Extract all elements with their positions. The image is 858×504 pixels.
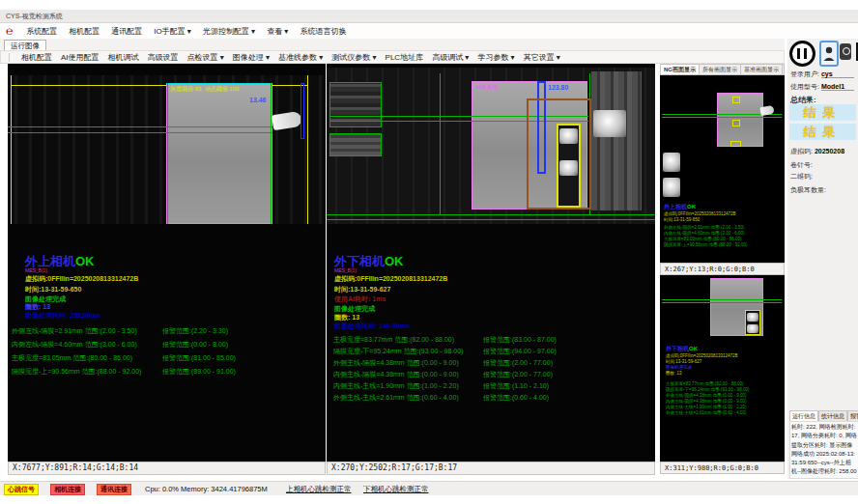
measure-overlay-value: 123.80 bbox=[548, 84, 568, 91]
camera-name: 外上相机 bbox=[664, 204, 687, 210]
lug-blob bbox=[747, 324, 758, 333]
alarm-range: 报警范围:(2.00 - 77.00) bbox=[483, 370, 553, 379]
thumb-tab-baseline[interactable]: 基准画面显示 bbox=[741, 65, 783, 74]
toolbar: 相机配置 AI使用配置 相机调试 高级设置 点检设置 ▾ 图像处理 ▾ 基准线参… bbox=[0, 50, 785, 64]
status-bar: 心跳信号 相机连接 通讯连接 Cpu: 0.0% Memory: 3424.41… bbox=[0, 481, 858, 495]
window-titlebar: CYS-视觉检测系统 bbox=[0, 10, 858, 23]
power-icon bbox=[843, 47, 850, 55]
camera-status-ok: OK bbox=[75, 254, 95, 268]
alarm-range: 报警范围:(94.00 - 97.00) bbox=[483, 347, 557, 356]
negative-lug-count-label: 负极耳数量: bbox=[790, 185, 826, 195]
tool-tester-params[interactable]: 测试仪参数 ▾ bbox=[331, 52, 376, 63]
time-line: 时间:13-31-59-627 bbox=[666, 359, 701, 364]
time-line: 时间:13-31-59-650 bbox=[664, 217, 700, 222]
pause-button[interactable] bbox=[789, 41, 815, 67]
user-login-button[interactable] bbox=[819, 41, 839, 67]
app-window: CYS-视觉检测系统 ℮ 系统配置 相机配置 通讯配置 IO手配置 ▾ 光源控制… bbox=[0, 0, 858, 504]
lower-camera-heartbeat-text: 下相机心跳检测正常 bbox=[363, 485, 429, 494]
tool-ai-config[interactable]: AI使用配置 bbox=[61, 52, 100, 63]
camera-view-lower[interactable]: AI检测框 123.80 外下相机OK MES_B(1) 虚拟码:0FFIIin… bbox=[327, 64, 655, 462]
lug-detect-rect bbox=[557, 124, 581, 208]
login-user-value[interactable]: cys bbox=[821, 70, 854, 78]
pause-icon bbox=[797, 48, 800, 59]
menu-item-light-config[interactable]: 光源控制配置 ▾ bbox=[203, 26, 255, 37]
alarm-range: 报警范围:(0.00 - 8.00) bbox=[162, 340, 228, 350]
process-done-line: 图像处理完成 bbox=[666, 365, 692, 370]
ai-time-line: 使用AI耗时: 1ms bbox=[334, 294, 386, 304]
camera-image-upper[interactable]: 灰度阈值:93, 动态阈值:100 13.46 bbox=[8, 75, 326, 224]
measure-line bbox=[662, 299, 782, 300]
measure-row: 外侧主线-隔膜=4.38mm 范围:(0.00 - 9.00) bbox=[666, 393, 746, 398]
measure-overlay-value: 13.46 bbox=[249, 97, 267, 103]
tool-image-processing[interactable]: 图像处理 ▾ bbox=[233, 52, 270, 63]
qr-code-label: 二维码: bbox=[790, 172, 813, 182]
mes-label: MES_B(1) bbox=[25, 267, 47, 273]
menu-item-camera-config[interactable]: 相机配置 bbox=[69, 26, 100, 37]
side-panel: 登录用户: cys 使用型号: Model1 总结果: 结果 结果 虚拟码: 2… bbox=[787, 39, 858, 479]
alarm-range: 报警范围:(1.10 - 2.10) bbox=[483, 381, 549, 391]
result-badge-upper: 结果 bbox=[789, 104, 856, 121]
tool-plc-address[interactable]: PLC地址库 bbox=[386, 52, 424, 63]
tool-other-settings[interactable]: 其它设置 ▾ bbox=[524, 52, 560, 63]
machine-region bbox=[591, 71, 642, 210]
time-line: 时间:13-31-59-627 bbox=[334, 285, 390, 294]
tool-camera-debug[interactable]: 相机调试 bbox=[108, 52, 139, 63]
user-icon bbox=[821, 42, 837, 65]
measure-row: 主极宽度=83.77mm 范围:(82.00 - 88.00) bbox=[666, 381, 743, 386]
tool-advanced-debug[interactable]: 高级调试 ▾ bbox=[432, 52, 469, 63]
measure-row: 隔膜宽度-下=95.24mm 范围:(93.00 - 98.00) bbox=[333, 347, 463, 356]
tool-baseline-params[interactable]: 基准线参数 ▾ bbox=[278, 52, 323, 63]
tool-camera-config[interactable]: 相机配置 bbox=[21, 52, 52, 63]
measure-row: 内侧主线-隔膜=4.38mm 范围:(0.00 - 9.00) bbox=[333, 370, 459, 379]
reel-needle-label: 卷针号: bbox=[790, 160, 813, 170]
model-value[interactable]: Model1 bbox=[821, 83, 854, 91]
login-user-row: 登录用户: cys bbox=[790, 70, 854, 79]
edge-line bbox=[167, 83, 168, 224]
lug-blob bbox=[559, 128, 578, 144]
measure-row: 内侧左线-隔膜=4.60mm 范围:(3.00 - 6.00) bbox=[664, 231, 744, 236]
menu-bar: ℮ 系统配置 相机配置 通讯配置 IO手配置 ▾ 光源控制配置 ▾ 查看 ▾ 系… bbox=[0, 23, 858, 39]
lug-blob bbox=[559, 160, 578, 176]
login-user-label: 登录用户: bbox=[790, 70, 819, 77]
lug-blob bbox=[747, 313, 758, 322]
window-title: CYS-视觉检测系统 bbox=[6, 13, 63, 19]
alarm-range: 报警范围:(83.00 - 87.00) bbox=[483, 335, 557, 345]
virtual-code-line: 虚拟码:0FFIIin=2025020813312472B bbox=[666, 353, 737, 358]
menu-item-language-switch[interactable]: 系统语言切换 bbox=[300, 26, 346, 37]
thumbnail-view-upper[interactable]: 外上相机OK 虚拟码:0FFIIin=2025020813312472B 时间:… bbox=[660, 75, 785, 263]
menu-item-view[interactable]: 查看 ▾ bbox=[267, 26, 288, 37]
pause-icon bbox=[804, 48, 807, 59]
tool-spot-check[interactable]: 点检设置 ▾ bbox=[187, 52, 224, 63]
thumbnail-view-lower[interactable]: 外下相机OK 虚拟码:0FFIIin=2025020813312472B 时间:… bbox=[660, 275, 785, 462]
menu-item-comm-config[interactable]: 通讯配置 bbox=[111, 26, 142, 37]
virtual-code-label: 虚拟码: bbox=[790, 148, 813, 154]
edge-line bbox=[440, 73, 441, 214]
tool-advanced-settings[interactable]: 高级设置 bbox=[148, 52, 179, 63]
ai-frame-overlay-label: AI检测框 bbox=[475, 83, 499, 92]
measure-row: 外侧主线-主线=2.61mm 范围:(0.60 - 4.00) bbox=[333, 393, 459, 403]
edge-line bbox=[166, 83, 272, 84]
camera-connect-badge: 相机连接 bbox=[50, 484, 85, 495]
model-row: 使用型号: Model1 bbox=[790, 82, 854, 92]
elapsed-line: 图像处理耗时: 258.00ms bbox=[25, 311, 100, 321]
camera-view-upper[interactable]: 灰度阈值:93, 动态阈值:100 13.46 外上相机OK MES_B(1) … bbox=[8, 64, 326, 462]
measure-row: 外侧左线-隔膜=2.91mm 范围:(2.00 - 3.50) bbox=[12, 326, 137, 336]
time-line: 时间:13-31-59-650 bbox=[25, 285, 81, 294]
stop-button[interactable] bbox=[840, 43, 851, 60]
thumb-tab-all[interactable]: 所有画面显示 bbox=[700, 65, 741, 74]
mes-label: MES_B(1) bbox=[334, 267, 357, 273]
tab-clip-blob bbox=[272, 111, 302, 130]
menu-item-io-config[interactable]: IO手配置 ▾ bbox=[154, 26, 191, 37]
thumb-tab-ng[interactable]: NG画面显示 bbox=[661, 65, 700, 74]
measure-row: 主极宽度=83.77mm 范围:(82.00 - 88.00) bbox=[333, 335, 454, 345]
camera-image-lower[interactable]: AI检测框 123.80 bbox=[327, 68, 655, 224]
measure-row: 主极宽度=83.05mm 范围:(80.00 - 86.00) bbox=[664, 237, 741, 241]
camera-result-title: 外下相机OK bbox=[666, 345, 698, 353]
turn-count-line: 圈数: 13 bbox=[666, 371, 682, 376]
lug-detect-rect bbox=[730, 141, 741, 147]
menu-item-system-config[interactable]: 系统配置 bbox=[26, 26, 57, 37]
alarm-range: 报警范围:(81.00 - 85.00) bbox=[162, 353, 236, 363]
virtual-code-value: 20250208 bbox=[815, 148, 844, 154]
virtual-code-line: 虚拟码:0FFIIin=2025020813312472B bbox=[664, 211, 735, 216]
tool-learning-params[interactable]: 学习参数 ▾ bbox=[477, 52, 514, 63]
